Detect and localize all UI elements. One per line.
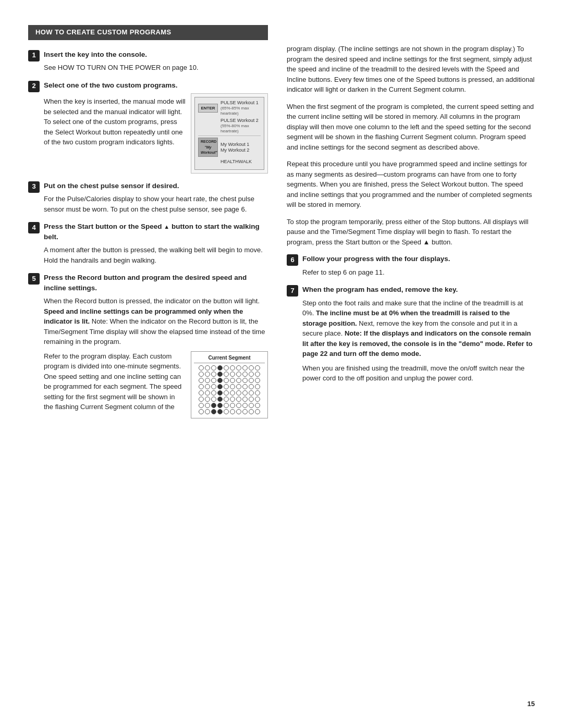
- console-row-enter: ENTER PULSE Workout 1 (65%-85% max heart…: [198, 100, 261, 116]
- segment-desc: Refer to the program display. Each custo…: [44, 351, 186, 412]
- segment-container: Refer to the program display. Each custo…: [44, 351, 268, 419]
- right-para2-text: When the first segment of the program is…: [287, 103, 534, 151]
- dot: [242, 365, 248, 371]
- step-2-number: 2: [28, 81, 40, 92]
- dot: [199, 384, 204, 389]
- dot: [199, 365, 204, 371]
- dot-filled: [217, 397, 223, 402]
- dot-row-3: [194, 378, 265, 383]
- step-3-number: 3: [28, 181, 40, 193]
- right-col-para2: When the first segment of the program is…: [287, 102, 535, 153]
- step-4-content: Press the Start button or the Speed ▲ bu…: [44, 221, 268, 265]
- dot-filled: [217, 378, 223, 383]
- dot: [205, 384, 210, 389]
- dot: [255, 409, 260, 414]
- dot: [205, 365, 210, 371]
- dot: [230, 372, 235, 377]
- dot: [255, 403, 260, 408]
- step-7-body3: When you are finished using the treadmil…: [302, 363, 535, 384]
- dot: [242, 378, 248, 383]
- dot: [211, 390, 216, 396]
- dot-row-5: [194, 390, 265, 396]
- dot: [211, 365, 216, 371]
- dot: [255, 365, 260, 371]
- dot: [236, 409, 241, 414]
- enter-btn: ENTER: [198, 104, 218, 113]
- my-workout2-label: My Workout 2: [221, 147, 261, 153]
- dot: [199, 409, 204, 414]
- dot-row-8: [194, 409, 265, 414]
- step-6-number: 6: [287, 254, 298, 266]
- console-row-pulse2: PULSE Workout 2 (55%-80% max heartrate): [198, 118, 261, 133]
- dot: [249, 384, 254, 389]
- step-7-number: 7: [287, 285, 298, 297]
- dot-filled: [217, 365, 223, 371]
- step-1-number: 1: [28, 50, 40, 61]
- step-5-number: 5: [28, 273, 40, 285]
- step-2-body: When the key is inserted, the manual mod…: [44, 96, 186, 147]
- right-para3-text: Repeat this procedure until you have pro…: [287, 160, 532, 208]
- dot-filled: [217, 403, 223, 408]
- dot-filled: [217, 384, 223, 389]
- dot: [199, 403, 204, 408]
- step-7-content: When the program has ended, remove the k…: [302, 285, 535, 384]
- dot: [230, 409, 235, 414]
- dot-filled: [217, 372, 223, 377]
- left-column: HOW TO CREATE CUSTOM PROGRAMS 1 Insert t…: [28, 25, 268, 423]
- dot: [242, 372, 248, 377]
- dot-row-7: [194, 403, 265, 408]
- step-3-content: Put on the chest pulse sensor if desired…: [44, 181, 268, 215]
- section-header: HOW TO CREATE CUSTOM PROGRAMS: [28, 25, 268, 40]
- step-1-body: See HOW TO TURN ON THE POWER on page 10.: [44, 63, 268, 73]
- dot: [255, 384, 260, 389]
- console-inner: ENTER PULSE Workout 1 (65%-85% max heart…: [194, 97, 264, 169]
- dot: [224, 409, 229, 414]
- dot: [236, 390, 241, 396]
- step-5-body-main: When the Record button is pressed, the i…: [44, 297, 260, 305]
- section-title: HOW TO CREATE CUSTOM PROGRAMS: [35, 28, 171, 36]
- pulse2-sub: (55%-80% max heartrate): [221, 124, 261, 133]
- step-4: 4 Press the Start button or the Speed ▲ …: [28, 221, 268, 265]
- right-para4-text: To stop the program temporarily, press e…: [287, 218, 529, 246]
- healthwalk-label: HEALTHWALK: [221, 159, 252, 165]
- dot: [236, 403, 241, 408]
- step-7-body: Step onto the foot rails and make sure t…: [302, 298, 535, 359]
- pulse1-label: PULSE Workout 1: [221, 100, 261, 106]
- page: HOW TO CREATE CUSTOM PROGRAMS 1 Insert t…: [0, 0, 563, 728]
- dot: [230, 384, 235, 389]
- dot: [236, 384, 241, 389]
- dot: [236, 378, 241, 383]
- dot: [236, 397, 241, 402]
- dot: [199, 378, 204, 383]
- segment-text-block: Refer to the program display. Each custo…: [44, 351, 186, 412]
- dot-filled: [211, 409, 216, 414]
- step-2-content: Select one of the two custom programs. W…: [44, 80, 268, 174]
- dot: [255, 372, 260, 377]
- dot-row-2: [194, 372, 265, 377]
- step-5-content: Press the Record button and program the …: [44, 273, 268, 418]
- segment-grid-title: Current Segment: [194, 354, 265, 364]
- dot: [249, 403, 254, 408]
- step-6-body: Refer to step 6 on page 11.: [302, 267, 535, 278]
- dot: [224, 365, 229, 371]
- dot: [211, 397, 216, 402]
- step-7: 7 When the program has ended, remove the…: [287, 285, 535, 384]
- console-row-record: RECORD "My Workout" My Workout 1 My Work…: [198, 138, 261, 156]
- step-6-title: Follow your progress with the four displ…: [302, 254, 535, 264]
- dot: [242, 397, 248, 402]
- dot: [205, 397, 210, 402]
- dot: [199, 372, 204, 377]
- dot: [224, 384, 229, 389]
- step-4-body: A moment after the button is pressed, th…: [44, 245, 268, 265]
- dot-filled: [211, 403, 216, 408]
- console-diagram: ENTER PULSE Workout 1 (65%-85% max heart…: [191, 93, 268, 173]
- my-workout1-label: My Workout 1: [221, 142, 261, 147]
- step-5-title: Press the Record button and program the …: [44, 273, 268, 293]
- dot: [255, 390, 260, 396]
- dot-filled: [217, 390, 223, 396]
- right-col-para4: To stop the program temporarily, press e…: [287, 217, 535, 248]
- step-3-title: Put on the chest pulse sensor if desired…: [44, 181, 268, 191]
- pulse1-sub: (65%-85% max heartrate): [221, 106, 261, 116]
- right-col-para3: Repeat this procedure until you have pro…: [287, 159, 535, 210]
- dot: [224, 390, 229, 396]
